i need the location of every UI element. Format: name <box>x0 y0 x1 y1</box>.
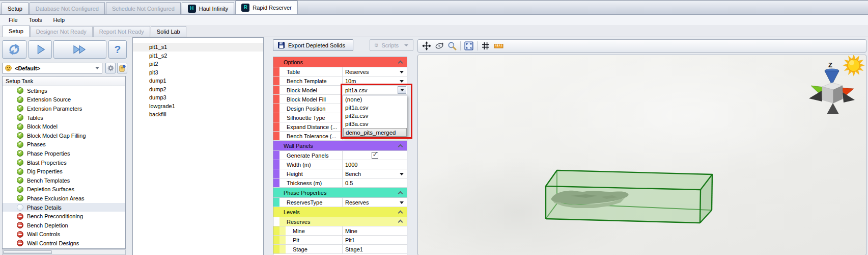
menu-help[interactable]: Help <box>47 16 70 24</box>
property-value-cell[interactable]: Stage1 <box>343 245 407 253</box>
task-row[interactable]: Phase Exclusion Areas <box>3 194 125 203</box>
subsection-header-reserves[interactable]: Reserves <box>273 217 407 226</box>
fit-to-screen-icon[interactable] <box>464 41 473 50</box>
section-header-levels[interactable]: Levels <box>273 207 407 217</box>
task-status-icon <box>17 195 23 201</box>
property-value-cell[interactable]: Reserves <box>343 67 407 76</box>
combo-dropdown-button[interactable] <box>398 86 406 94</box>
menu-file[interactable]: File <box>3 16 23 24</box>
phase-list-item[interactable]: dump3 <box>133 93 263 102</box>
task-row[interactable]: Bench Preconditioning <box>3 212 125 221</box>
section-wall-panels: Wall Panels Generate Panels checked <box>273 141 407 188</box>
task-row[interactable]: Wall Controls <box>3 230 125 239</box>
property-value-cell[interactable]: Pit1 <box>343 236 407 244</box>
task-row[interactable]: Extension Parameters <box>3 104 125 113</box>
scrollbar-thumb[interactable] <box>3 250 52 254</box>
subtab-setup[interactable]: Setup <box>3 25 30 37</box>
checkbox[interactable] <box>372 152 378 159</box>
task-row[interactable]: Blast Properties <box>3 158 125 167</box>
task-status-icon <box>17 114 23 121</box>
phase-list-item[interactable]: backfill <box>133 110 263 119</box>
dropdown-option[interactable]: demo_pits_merged <box>343 128 407 137</box>
task-row[interactable]: Wall Control Designs <box>3 239 125 248</box>
refresh-button[interactable] <box>2 40 26 59</box>
phase-list-item[interactable]: pit1_s1 <box>133 43 263 52</box>
tab-haul-infinity[interactable]: H Haul Infinity <box>182 2 234 14</box>
dropdown-arrow-icon[interactable] <box>400 201 404 204</box>
pan-icon[interactable] <box>422 41 431 50</box>
toolbar-separator <box>460 41 461 50</box>
task-row[interactable]: Settings <box>3 86 125 95</box>
dropdown-arrow-icon[interactable] <box>400 173 404 175</box>
property-label: Bench Template <box>279 76 343 85</box>
task-row[interactable]: Phase Details <box>3 203 125 212</box>
dropdown-option[interactable]: pit2a.csv <box>343 112 407 120</box>
section-header-phase-properties[interactable]: Phase Properties <box>273 188 407 198</box>
axis-bottom-cone[interactable] <box>827 103 839 114</box>
phase-list-item[interactable]: pit3 <box>133 68 263 77</box>
axis-z-cone[interactable] <box>825 71 839 85</box>
help-button[interactable]: ? <box>108 40 127 59</box>
save-icon <box>278 42 285 48</box>
property-value-cell[interactable]: Mine <box>343 226 407 235</box>
zoom-icon[interactable] <box>447 41 457 50</box>
property-value-cell[interactable]: 1000 <box>343 160 407 169</box>
tab-rapid-reserver[interactable]: R Rapid Reserver <box>235 1 297 14</box>
scripts-button[interactable]: C# Scripts <box>370 39 413 51</box>
task-row[interactable]: Block Model <box>3 122 125 131</box>
task-row[interactable]: Block Model Gap Filling <box>3 131 125 140</box>
phase-list-item[interactable]: dump1 <box>133 76 263 85</box>
dropdown-option-label: demo_pits_merged <box>346 130 396 136</box>
notes-button[interactable] <box>117 63 127 73</box>
task-row[interactable]: Bench Depletion <box>3 221 125 230</box>
task-row[interactable]: Tables <box>3 113 125 122</box>
dropdown-arrow-icon[interactable] <box>400 71 404 73</box>
phase-list-item[interactable]: lowgrade1 <box>133 102 263 111</box>
task-row[interactable]: Phases <box>3 140 125 149</box>
subtab-designer-not-ready[interactable]: Designer Not Ready <box>30 26 93 37</box>
orbit-icon[interactable] <box>435 41 444 50</box>
rapid-reserver-logo-icon: R <box>241 4 249 12</box>
property-value-cell[interactable]: checked <box>343 151 407 160</box>
dropdown-arrow-icon[interactable] <box>400 80 404 83</box>
section-header-wall-panels[interactable]: Wall Panels <box>273 141 407 151</box>
profile-settings-button[interactable] <box>105 63 116 73</box>
task-label: Phases <box>27 141 46 147</box>
task-row[interactable]: Extension Source <box>3 95 125 105</box>
tab-setup-app[interactable]: Setup <box>2 2 29 14</box>
task-row[interactable]: Depletion Surfaces <box>3 185 125 194</box>
property-value-cell[interactable]: Bench <box>343 169 407 178</box>
run-button[interactable] <box>29 40 52 59</box>
axis-dark-cone-left[interactable] <box>809 91 822 101</box>
tab-database-not-configured[interactable]: Database Not Configured <box>30 2 105 14</box>
viewport-canvas[interactable]: Z <box>417 55 866 255</box>
task-row[interactable]: Phase Properties <box>3 149 125 158</box>
dropdown-option[interactable]: (none) <box>343 95 407 104</box>
task-row[interactable]: Dig Properties <box>3 167 125 176</box>
section-header-options[interactable]: Options <box>273 57 407 67</box>
phase-list-item[interactable]: pit1_s2 <box>133 52 263 60</box>
application-tab-bar: Setup Database Not Configured Schedule N… <box>0 1 868 15</box>
menu-tools[interactable]: Tools <box>23 16 48 24</box>
subtab-report-not-ready[interactable]: Report Not Ready <box>93 26 150 37</box>
run-all-button[interactable] <box>53 40 106 59</box>
subtab-solid-lab[interactable]: Solid Lab <box>151 26 186 37</box>
grid-icon[interactable] <box>481 41 490 50</box>
phase-list-item[interactable]: pit2 <box>133 60 263 68</box>
profile-selector[interactable]: <Default> <box>2 63 102 73</box>
axis-dark-cone-right[interactable] <box>843 92 855 103</box>
tab-schedule-not-configured[interactable]: Schedule Not Configured <box>106 2 181 14</box>
task-row[interactable]: Bench Templates <box>3 176 125 185</box>
measure-ruler-icon[interactable] <box>494 41 503 50</box>
property-value-cell[interactable]: Reserves <box>343 198 407 207</box>
dropdown-option[interactable]: pit1a.csv <box>343 104 407 112</box>
sidebar-horizontal-scrollbar[interactable] <box>2 249 126 255</box>
subsection-color-strip <box>279 245 286 253</box>
task-label: Bench Depletion <box>27 222 68 228</box>
property-value-cell[interactable]: 0.5 <box>343 178 407 187</box>
property-value-cell[interactable]: 10m <box>343 76 407 85</box>
property-value-cell[interactable]: pit1a.csv <box>343 86 407 94</box>
phase-list-item[interactable]: dump2 <box>133 85 263 94</box>
dropdown-option[interactable]: pit3a.csv <box>343 120 407 128</box>
export-depleted-solids-button[interactable]: Export Depleted Solids <box>273 39 353 51</box>
